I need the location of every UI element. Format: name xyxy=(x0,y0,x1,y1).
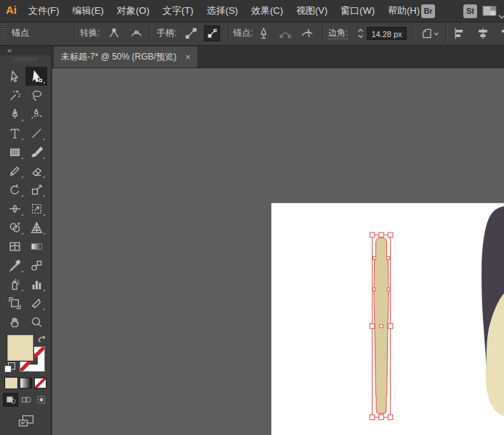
panel-grip[interactable] xyxy=(1,24,7,43)
corner-radius-stepper[interactable] xyxy=(357,27,365,40)
slice-tool[interactable] xyxy=(25,293,47,312)
close-tab-icon[interactable]: × xyxy=(185,52,191,62)
separator xyxy=(74,24,75,43)
app-logo[interactable]: Ai xyxy=(6,4,17,16)
corner-label[interactable]: 边角: xyxy=(328,22,348,44)
menu-bar: Ai 文件(F)编辑(E)对象(O)文字(T)选择(S)效果(C)视图(V)窗口… xyxy=(0,0,504,23)
menu-item-help[interactable]: 帮助(H) xyxy=(381,0,426,22)
separator xyxy=(322,24,323,43)
flyout-indicator xyxy=(21,176,23,178)
eyedropper-tool-icon xyxy=(9,259,21,272)
tools-panel-grip[interactable] xyxy=(14,57,38,61)
gradient-tool[interactable] xyxy=(25,237,47,256)
type-tool-icon xyxy=(9,127,21,139)
paintbrush-tool[interactable] xyxy=(25,142,47,161)
curvature-tool[interactable] xyxy=(25,105,47,123)
handles-label: 手柄: xyxy=(157,22,176,44)
blend-tool-icon xyxy=(31,259,43,272)
cut-path-icon[interactable] xyxy=(299,25,315,41)
hide-handles-icon[interactable] xyxy=(183,25,199,41)
pen-tool[interactable] xyxy=(4,105,25,123)
corner-widget-icon[interactable] xyxy=(419,25,442,41)
lasso-tool[interactable] xyxy=(25,86,47,105)
line-segment-tool-icon xyxy=(31,127,43,139)
scale-tool[interactable] xyxy=(25,180,47,199)
draw-normal-button[interactable] xyxy=(3,393,18,407)
rotate-tool[interactable] xyxy=(4,180,25,199)
menu-item-effect[interactable]: 效果(C) xyxy=(245,0,290,22)
blend-tool[interactable] xyxy=(25,256,47,275)
selection-tool[interactable] xyxy=(4,67,25,86)
eraser-tool[interactable] xyxy=(25,161,47,180)
menu-item-object[interactable]: 对象(O) xyxy=(110,0,156,22)
collapse-panel-icon[interactable]: « xyxy=(7,45,12,55)
canvas-scene xyxy=(52,68,504,435)
draw-behind-button[interactable] xyxy=(18,393,33,407)
convert-to-smooth-icon[interactable] xyxy=(129,25,145,41)
stock-button[interactable]: St xyxy=(463,4,477,18)
flyout-indicator xyxy=(21,289,23,291)
swap-fill-stroke-icon[interactable] xyxy=(37,333,47,341)
hand-tool[interactable] xyxy=(4,312,25,331)
perspective-grid-tool[interactable] xyxy=(25,218,47,237)
magic-wand-tool[interactable] xyxy=(4,86,25,105)
draw-inside-button[interactable] xyxy=(33,393,49,407)
fill-swatch[interactable] xyxy=(7,335,33,361)
column-graph-tool-icon xyxy=(31,278,43,290)
gradient-tool-icon xyxy=(31,240,43,253)
slice-tool-icon xyxy=(31,297,43,309)
eyedropper-tool[interactable] xyxy=(4,256,25,275)
shape-builder-tool[interactable] xyxy=(4,218,25,237)
menu-item-file[interactable]: 文件(F) xyxy=(22,0,66,22)
rectangle-tool-icon xyxy=(9,146,21,158)
flyout-indicator xyxy=(43,289,45,291)
pen-tool-icon xyxy=(9,108,21,121)
type-tool[interactable] xyxy=(4,123,25,142)
menu-item-view[interactable]: 视图(V) xyxy=(290,0,334,22)
line-segment-tool[interactable] xyxy=(25,123,47,142)
document-tab[interactable]: 未标题-7* @ 50% (RGB/预览) × xyxy=(54,46,198,68)
tools-panel: « xyxy=(0,45,52,435)
artboard-tool[interactable] xyxy=(4,293,25,312)
screen-mode-icon[interactable] xyxy=(17,414,35,428)
menu-item-window[interactable]: 窗口(W) xyxy=(334,0,381,22)
convert-to-corner-icon[interactable] xyxy=(106,25,122,41)
mesh-tool-icon xyxy=(9,240,21,253)
free-transform-tool[interactable] xyxy=(25,199,47,218)
show-handles-icon[interactable] xyxy=(204,25,220,41)
zoom-tool[interactable] xyxy=(25,312,47,331)
remove-anchor-icon[interactable] xyxy=(256,25,272,41)
control-bar: 锚点 转换: 手柄: 锚点: 边角: 14.28 px xyxy=(0,22,504,46)
flyout-indicator xyxy=(43,232,45,235)
paint-gradient-button[interactable] xyxy=(20,378,32,389)
document-tab-bar: 未标题-7* @ 50% (RGB/预览) × xyxy=(52,45,504,68)
align-left-icon[interactable] xyxy=(452,25,468,41)
mesh-tool[interactable] xyxy=(4,237,25,256)
direct-selection-tool-icon xyxy=(31,70,43,83)
menu-item-type[interactable]: 文字(T) xyxy=(156,0,200,22)
width-tool[interactable] xyxy=(4,199,25,218)
chevron-down-icon[interactable] xyxy=(498,9,504,13)
pencil-tool[interactable] xyxy=(4,161,25,180)
default-fill-mini xyxy=(4,365,12,373)
align-right-icon[interactable] xyxy=(497,25,504,41)
hand-tool-icon xyxy=(9,316,21,328)
column-graph-tool[interactable] xyxy=(25,275,47,293)
direct-selection-tool[interactable] xyxy=(25,67,47,86)
lasso-tool-icon xyxy=(31,89,43,102)
align-horizontal-center-icon[interactable] xyxy=(475,25,491,41)
workspace-switcher-icon[interactable] xyxy=(482,5,497,17)
flyout-indicator xyxy=(21,195,23,197)
paint-color-button[interactable] xyxy=(5,378,17,389)
menu-item-select[interactable]: 选择(S) xyxy=(200,0,244,22)
corner-radius-input[interactable]: 14.28 px xyxy=(367,27,407,40)
default-fill-stroke-icon[interactable] xyxy=(4,362,15,373)
rectangle-tool[interactable] xyxy=(4,142,25,161)
bridge-button[interactable]: Br xyxy=(421,4,435,18)
scale-tool-icon xyxy=(31,184,43,196)
paint-none-button[interactable] xyxy=(34,378,46,389)
symbol-sprayer-tool[interactable] xyxy=(4,275,25,293)
zoom-tool-icon xyxy=(31,316,43,328)
canvas-area[interactable] xyxy=(52,68,504,435)
menu-item-edit[interactable]: 编辑(E) xyxy=(66,0,110,22)
